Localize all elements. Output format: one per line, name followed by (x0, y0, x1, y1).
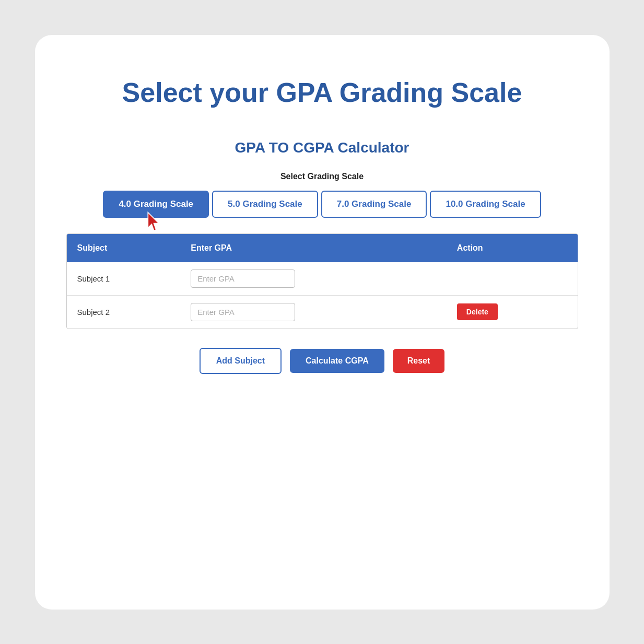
table-row: Subject 2 Delete (67, 295, 578, 329)
delete-subject-2-button[interactable]: Delete (457, 303, 498, 320)
subject-2-action-cell: Delete (447, 295, 578, 329)
reset-button[interactable]: Reset (393, 349, 445, 373)
subjects-tbody: Subject 1 Subject 2 Delete (67, 262, 578, 329)
subject-2-name: Subject 2 (67, 295, 181, 329)
subject-1-gpa-input[interactable] (191, 270, 295, 288)
actions-row: Add Subject Calculate CGPA Reset (200, 348, 445, 374)
scale-btn-4-wrapper: 4.0 Grading Scale (103, 191, 209, 218)
table-row: Subject 1 (67, 262, 578, 296)
subject-1-action-cell (447, 262, 578, 296)
subject-2-gpa-input[interactable] (191, 303, 295, 321)
col-subject: Subject (67, 234, 181, 262)
main-title: Select your GPA Grading Scale (122, 77, 522, 108)
scale-btn-10[interactable]: 10.0 Grading Scale (430, 191, 541, 218)
main-card: Select your GPA Grading Scale GPA TO CGP… (35, 35, 610, 610)
table-header-row: Subject Enter GPA Action (67, 234, 578, 262)
subject-1-name: Subject 1 (67, 262, 181, 296)
grading-scale-buttons: 4.0 Grading Scale 5.0 Grading Scale 7.0 … (103, 191, 541, 218)
subject-2-gpa-cell (180, 295, 447, 329)
subjects-table-wrapper: Subject Enter GPA Action Subject 1 Subje… (66, 233, 578, 329)
scale-btn-4[interactable]: 4.0 Grading Scale (103, 191, 209, 218)
add-subject-button[interactable]: Add Subject (200, 348, 282, 374)
calculator-title: GPA TO CGPA Calculator (235, 139, 409, 156)
scale-btn-5[interactable]: 5.0 Grading Scale (212, 191, 318, 218)
select-scale-label: Select Grading Scale (280, 172, 364, 181)
col-gpa: Enter GPA (180, 234, 447, 262)
subject-1-gpa-cell (180, 262, 447, 296)
col-action: Action (447, 234, 578, 262)
subjects-table: Subject Enter GPA Action Subject 1 Subje… (67, 234, 578, 329)
calculate-cgpa-button[interactable]: Calculate CGPA (290, 349, 384, 373)
scale-btn-7[interactable]: 7.0 Grading Scale (321, 191, 427, 218)
